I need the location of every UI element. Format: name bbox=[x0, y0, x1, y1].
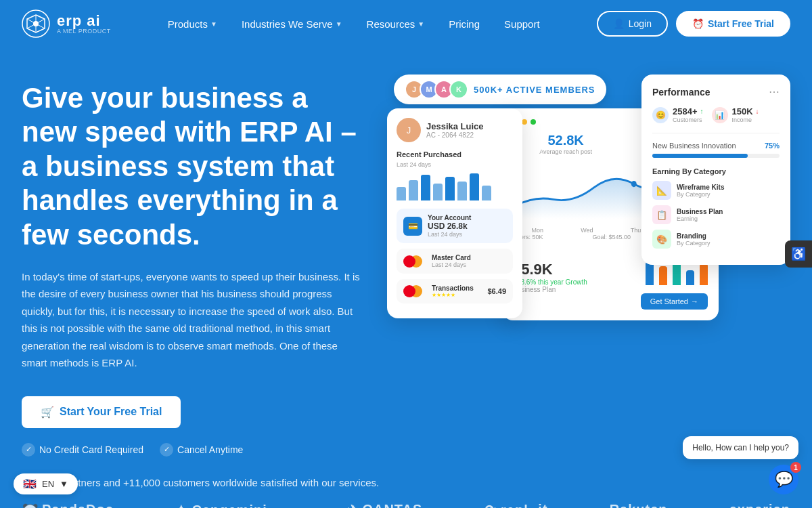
nav-resources[interactable]: Resources ▼ bbox=[357, 13, 434, 35]
user-id: AC - 2064 4822 bbox=[426, 131, 484, 139]
avatar: K bbox=[449, 80, 468, 99]
bar bbox=[457, 182, 467, 200]
dashboard-mockup: J M A K 500K+ ACTIVE MEMBERS J Jessika L… bbox=[387, 75, 790, 359]
business-icon: 📋 bbox=[652, 205, 671, 224]
progress-fill bbox=[652, 154, 748, 158]
last-24-label: Last 24 days bbox=[397, 161, 513, 168]
bar bbox=[397, 187, 406, 200]
bar bbox=[686, 270, 694, 285]
customers-number: 2584+ bbox=[673, 106, 698, 117]
logo[interactable]: erp ai A MEL PRODUCT bbox=[22, 9, 111, 38]
bar bbox=[470, 173, 479, 200]
no-card-badge: ✓ No Credit Card Required bbox=[22, 443, 143, 457]
innovation-label: New Business Innovation bbox=[652, 142, 736, 150]
chat-badge: 1 bbox=[790, 462, 801, 473]
clock-icon: ⏰ bbox=[692, 18, 704, 29]
business-sub: Earning bbox=[677, 215, 723, 222]
performance-card: Performance ⋯ 😊 2584+ ↑ Customers 📊 bbox=[641, 75, 790, 265]
account-title: Your Account bbox=[428, 214, 471, 221]
bar bbox=[659, 266, 667, 285]
bar bbox=[700, 263, 708, 285]
account-sub: Last 24 days bbox=[428, 231, 471, 238]
hero-content: Give your business a new speed with ERP … bbox=[22, 75, 360, 457]
trust-badges: ✓ No Credit Card Required ✓ Cancel Anyti… bbox=[22, 443, 360, 457]
language-code: EN bbox=[42, 479, 54, 489]
hero-description: In today's time of start-ups, everyone w… bbox=[22, 268, 360, 372]
nav-products[interactable]: Products ▼ bbox=[158, 13, 227, 35]
mastercard-sub: Last 24 days bbox=[432, 261, 471, 268]
chevron-down-icon: ▼ bbox=[210, 20, 217, 28]
hero-trial-button[interactable]: 🛒 Start Your Free Trial bbox=[22, 396, 181, 428]
innovation-pct: 75% bbox=[765, 142, 780, 150]
earning-title: Earning By Category bbox=[652, 167, 780, 175]
branding-sub: By Category bbox=[677, 240, 710, 247]
arrow-up-icon: ↑ bbox=[700, 108, 704, 115]
bar bbox=[445, 177, 455, 200]
day-label: Thu bbox=[631, 227, 641, 234]
partner-capgemini: ✦ Capgemini ☁ bbox=[175, 502, 286, 508]
earning-item: 📋 Business Plan Earning bbox=[652, 205, 780, 224]
transaction-row: Transactions ★★★★★ $6.49 bbox=[397, 279, 513, 303]
nav-support[interactable]: Support bbox=[495, 13, 549, 35]
partner-replit: ⟳ repl.it bbox=[484, 502, 548, 508]
nav-industries[interactable]: Industries We Serve ▼ bbox=[232, 13, 352, 35]
accessibility-button[interactable]: ♿ bbox=[785, 240, 812, 268]
avatar: J bbox=[397, 118, 421, 142]
big-stat: 75.9K +58.6% this year Growth Business P… bbox=[513, 261, 587, 293]
star-rating: ★★★★★ bbox=[432, 292, 474, 298]
brand-name: erp ai bbox=[57, 14, 111, 28]
performance-header: Performance ⋯ bbox=[652, 85, 780, 98]
customers-label: Customers bbox=[673, 117, 704, 123]
income-label: Income bbox=[732, 117, 759, 123]
progress-bar bbox=[652, 154, 780, 158]
chevron-down-icon: ▼ bbox=[336, 20, 342, 28]
cart-icon: 🛒 bbox=[41, 406, 54, 419]
nav-actions: 👤 Login ⏰ Start Free Trial bbox=[597, 11, 790, 37]
user-name: Jessika Luice bbox=[426, 121, 484, 131]
chevron-down-icon: ▼ bbox=[60, 479, 68, 489]
reach-number: 52.8K bbox=[539, 133, 592, 148]
accessibility-icon: ♿ bbox=[791, 247, 806, 261]
branding-label: Branding bbox=[677, 232, 710, 240]
nav-pricing[interactable]: Pricing bbox=[439, 13, 489, 35]
nav-links: Products ▼ Industries We Serve ▼ Resourc… bbox=[158, 13, 549, 35]
big-stat-number: 75.9K bbox=[513, 261, 587, 278]
day-label: Wed bbox=[581, 227, 593, 234]
income-icon: 📊 bbox=[712, 107, 728, 123]
customers-stat: 😊 2584+ ↑ Customers bbox=[652, 106, 704, 123]
chevron-down-icon: ▼ bbox=[418, 20, 424, 28]
mini-bar-chart bbox=[397, 173, 513, 200]
bar bbox=[409, 180, 418, 200]
mastercard-label: Master Card bbox=[432, 254, 471, 261]
bar bbox=[433, 184, 443, 200]
txn-amount: $6.49 bbox=[487, 287, 506, 295]
account-amount: USD 26.8k bbox=[428, 221, 471, 231]
brand-tagline: A MEL PRODUCT bbox=[57, 28, 111, 35]
wireframe-sub: By Category bbox=[677, 191, 725, 198]
more-options-icon[interactable]: ⋯ bbox=[769, 85, 780, 98]
start-trial-button[interactable]: ⏰ Start Free Trial bbox=[676, 11, 790, 37]
performance-stats-row: 😊 2584+ ↑ Customers 📊 150K ↓ bbox=[652, 106, 780, 123]
active-members-badge: J M A K 500K+ ACTIVE MEMBERS bbox=[394, 75, 606, 104]
bar bbox=[646, 261, 654, 285]
innovation-row: New Business Innovation 75% bbox=[652, 142, 780, 150]
earning-item: 🎨 Branding By Category bbox=[652, 230, 780, 249]
svg-point-5 bbox=[631, 181, 637, 187]
chat-widget: Hello, How can I help you? 💬 1 bbox=[683, 436, 798, 494]
language-selector[interactable]: 🇬🇧 EN ▼ bbox=[14, 473, 78, 494]
check-icon: ✓ bbox=[160, 443, 173, 457]
avatar-stack: J M A K bbox=[405, 80, 468, 99]
reach-label: Average reach post bbox=[539, 148, 592, 155]
get-started-button[interactable]: Get Started → bbox=[641, 293, 708, 310]
wireframe-icon: 📐 bbox=[652, 181, 671, 200]
navigation: erp ai A MEL PRODUCT Products ▼ Industri… bbox=[0, 0, 812, 47]
income-stat: 📊 150K ↓ Income bbox=[712, 106, 759, 123]
green-dot bbox=[531, 119, 536, 125]
phone-card: J Jessika Luice AC - 2064 4822 Recent Pu… bbox=[387, 108, 522, 318]
check-icon: ✓ bbox=[22, 443, 35, 457]
messenger-icon: 💬 bbox=[775, 471, 793, 488]
login-button[interactable]: 👤 Login bbox=[597, 11, 668, 37]
active-members-text: 500K+ ACTIVE MEMBERS bbox=[474, 85, 595, 95]
qantas-icon: ✈ bbox=[347, 502, 359, 508]
account-icon: 💳 bbox=[403, 217, 422, 236]
